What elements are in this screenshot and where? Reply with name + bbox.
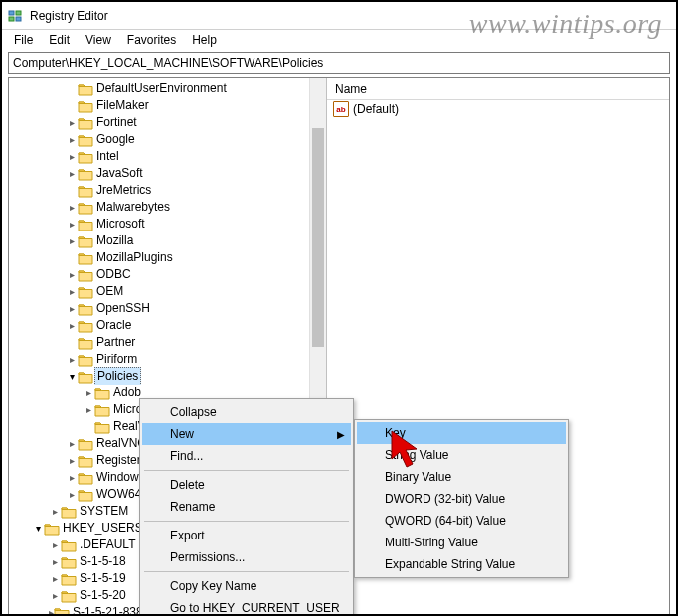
menu-help[interactable]: Help <box>184 32 225 48</box>
svg-rect-1 <box>9 17 14 21</box>
tree-item-label: Oracle <box>96 317 131 334</box>
tree-item[interactable]: ▸Oracle <box>9 317 326 334</box>
tree-item[interactable]: ▸Piriform <box>9 351 326 368</box>
tree-item[interactable]: ▸Google <box>9 131 326 148</box>
context-menu-item[interactable]: Delete <box>142 474 351 496</box>
folder-icon <box>78 251 93 265</box>
expander-icon[interactable]: ▸ <box>66 165 78 182</box>
list-header-name[interactable]: Name <box>327 78 669 100</box>
submenu-item[interactable]: Key <box>357 422 566 444</box>
window-title: Registry Editor <box>30 9 108 23</box>
tree-item-label: Adob <box>113 385 141 401</box>
expander-icon[interactable]: ▸ <box>83 401 94 418</box>
submenu-item[interactable]: QWORD (64-bit) Value <box>357 510 566 532</box>
folder-icon <box>61 539 77 552</box>
context-menu-item[interactable]: Collapse <box>142 401 351 423</box>
folder-icon <box>78 116 93 130</box>
expander-icon[interactable]: ▸ <box>66 435 78 452</box>
expander-icon[interactable]: ▸ <box>66 199 78 216</box>
svg-rect-0 <box>9 11 14 15</box>
tree-item[interactable]: ▸Fortinet <box>9 114 326 131</box>
folder-icon <box>78 82 93 96</box>
tree-item[interactable]: JreMetrics <box>9 182 326 199</box>
context-menu-item[interactable]: Rename <box>142 496 351 518</box>
expander-icon[interactable]: ▸ <box>83 385 94 401</box>
expander-icon[interactable]: ▸ <box>66 148 78 165</box>
expander-icon[interactable]: ▸ <box>66 232 78 249</box>
expander-icon[interactable]: ▸ <box>66 469 78 486</box>
folder-icon <box>61 572 77 586</box>
folder-icon <box>78 99 93 113</box>
tree-item[interactable]: ▸OpenSSH <box>9 300 326 317</box>
folder-icon <box>78 370 93 384</box>
tree-item[interactable]: ▸Malwarebytes <box>9 199 326 216</box>
expander-icon[interactable]: ▸ <box>66 131 78 148</box>
submenu-arrow-icon: ▶ <box>337 429 345 440</box>
submenu-item[interactable]: Multi-String Value <box>357 532 566 553</box>
tree-item[interactable]: DefaultUserEnvironment <box>9 80 326 97</box>
folder-icon <box>78 302 93 316</box>
tree-item[interactable]: ▸Intel <box>9 148 326 165</box>
list-value-name: (Default) <box>353 102 399 116</box>
tree-item[interactable]: Partner <box>9 334 326 351</box>
folder-icon <box>78 133 93 147</box>
list-row[interactable]: ab (Default) <box>327 100 669 118</box>
expander-icon[interactable]: ▾ <box>66 368 78 385</box>
tree-item[interactable]: ▾Policies <box>9 368 326 385</box>
tree-item-label: WOW64 <box>96 486 141 503</box>
tree-item-label: ODBC <box>96 266 131 283</box>
tree-item-label: JreMetrics <box>96 182 151 199</box>
tree-item-label: Microsoft <box>96 216 145 232</box>
expander-icon[interactable]: ▸ <box>66 266 78 283</box>
submenu-label: QWORD (64-bit) Value <box>385 514 506 528</box>
tree-item-label: Window <box>96 469 139 486</box>
menu-file[interactable]: File <box>6 32 41 48</box>
expander-icon[interactable]: ▸ <box>49 587 61 604</box>
folder-icon <box>78 234 93 248</box>
folder-icon <box>78 437 93 451</box>
context-menu-item[interactable]: New▶ <box>142 423 351 445</box>
expander-icon[interactable]: ▸ <box>66 114 78 131</box>
tree-item[interactable]: ▸Mozilla <box>9 232 326 249</box>
expander-icon[interactable]: ▸ <box>66 317 78 334</box>
menu-separator <box>144 571 349 572</box>
tree-item[interactable]: ▸ODBC <box>9 266 326 283</box>
submenu-item[interactable]: DWORD (32-bit) Value <box>357 488 566 510</box>
expander-icon[interactable]: ▸ <box>49 537 61 553</box>
scrollbar-thumb[interactable] <box>312 128 324 347</box>
expander-icon[interactable]: ▸ <box>66 300 78 317</box>
submenu-new: KeyString ValueBinary ValueDWORD (32-bit… <box>354 419 569 578</box>
tree-item[interactable]: ▸Microsoft <box>9 216 326 232</box>
expander-icon[interactable]: ▸ <box>49 570 61 587</box>
tree-item[interactable]: MozillaPlugins <box>9 249 326 266</box>
menu-edit[interactable]: Edit <box>41 32 78 48</box>
context-menu-item[interactable]: Go to HKEY_CURRENT_USER <box>142 597 351 616</box>
context-menu-item[interactable]: Permissions... <box>142 546 351 568</box>
context-menu-item[interactable]: Copy Key Name <box>142 575 351 597</box>
context-menu-item[interactable]: Find... <box>142 445 351 467</box>
expander-icon[interactable]: ▸ <box>66 216 78 232</box>
expander-icon[interactable]: ▸ <box>66 351 78 368</box>
expander-icon[interactable]: ▸ <box>66 452 78 469</box>
menu-favorites[interactable]: Favorites <box>119 32 184 48</box>
expander-icon[interactable]: ▸ <box>49 553 61 570</box>
address-bar[interactable]: Computer\HKEY_LOCAL_MACHINE\SOFTWARE\Pol… <box>8 52 670 74</box>
tree-item[interactable]: FileMaker <box>9 97 326 114</box>
tree-item[interactable]: ▸OEM <box>9 283 326 300</box>
expander-icon[interactable]: ▸ <box>66 283 78 300</box>
expander-icon[interactable]: ▾ <box>32 520 44 537</box>
expander-icon[interactable]: ▸ <box>66 486 78 503</box>
submenu-item[interactable]: Expandable String Value <box>357 553 566 575</box>
submenu-item[interactable]: Binary Value <box>357 466 566 488</box>
menu-view[interactable]: View <box>78 32 119 48</box>
context-menu-item[interactable]: Export <box>142 525 351 546</box>
submenu-label: Binary Value <box>385 470 451 484</box>
submenu-label: String Value <box>385 448 448 462</box>
folder-icon <box>61 589 77 603</box>
expander-icon[interactable]: ▸ <box>49 503 61 520</box>
folder-icon <box>78 167 93 181</box>
tree-item-label: Intel <box>96 148 119 165</box>
tree-item[interactable]: ▸JavaSoft <box>9 165 326 182</box>
context-menu-label: Delete <box>170 478 205 492</box>
submenu-item[interactable]: String Value <box>357 444 566 466</box>
